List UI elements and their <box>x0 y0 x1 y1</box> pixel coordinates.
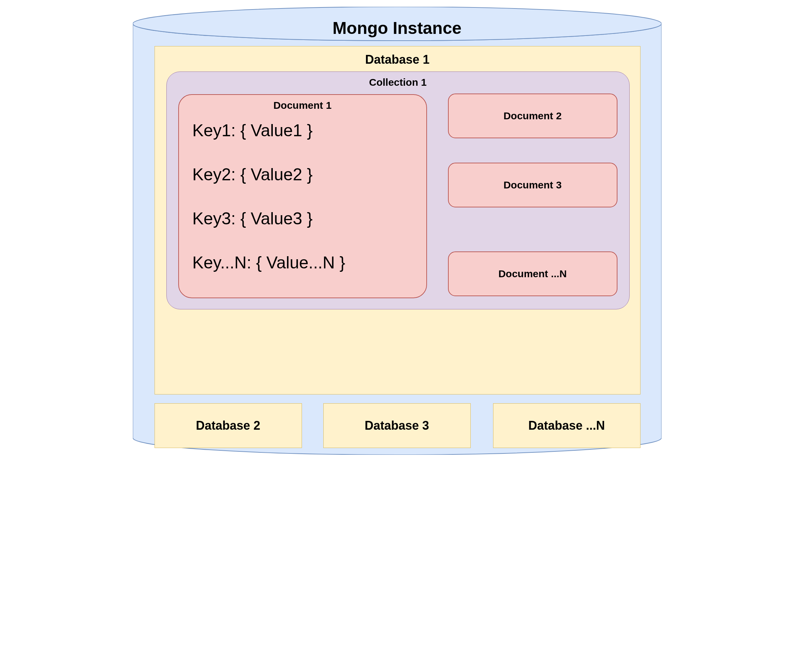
diagram-canvas: Mongo Instance Database 1 Collection 1 D… <box>133 7 661 455</box>
document-n-label: Document ...N <box>498 268 567 280</box>
document-1-title: Document 1 <box>179 100 426 111</box>
database-1-box: Database 1 Collection 1 Document 1 Key1:… <box>155 46 640 394</box>
database-n-box: Database ...N <box>493 403 640 448</box>
key-value-n: Key...N: { Value...N } <box>192 254 345 271</box>
database-1-title: Database 1 <box>155 53 640 67</box>
instance-title: Mongo Instance <box>133 18 661 38</box>
collection-1-box: Collection 1 Document 1 Key1: { Value1 }… <box>166 72 630 309</box>
document-1-keys: Key1: { Value1 } Key2: { Value2 } Key3: … <box>192 122 345 271</box>
document-2-label: Document 2 <box>504 110 562 122</box>
database-2-label: Database 2 <box>196 419 260 433</box>
document-3-label: Document 3 <box>504 179 562 191</box>
document-3-box: Document 3 <box>448 163 618 207</box>
key-value-3: Key3: { Value3 } <box>192 210 345 227</box>
key-value-1: Key1: { Value1 } <box>192 122 345 139</box>
collection-1-title: Collection 1 <box>167 77 629 88</box>
mongo-instance-cylinder: Mongo Instance Database 1 Collection 1 D… <box>133 7 661 455</box>
document-n-box: Document ...N <box>448 251 618 296</box>
document-1-box: Document 1 Key1: { Value1 } Key2: { Valu… <box>178 94 427 298</box>
document-2-box: Document 2 <box>448 94 618 138</box>
database-2-box: Database 2 <box>155 403 302 448</box>
database-n-label: Database ...N <box>528 419 605 433</box>
databases-row: Database 2 Database 3 Database ...N <box>155 403 640 448</box>
collections-row: Collection 2 Collection 3 Collection ...… <box>155 336 640 381</box>
key-value-2: Key2: { Value2 } <box>192 166 345 183</box>
database-3-label: Database 3 <box>365 419 429 433</box>
database-3-box: Database 3 <box>323 403 471 448</box>
